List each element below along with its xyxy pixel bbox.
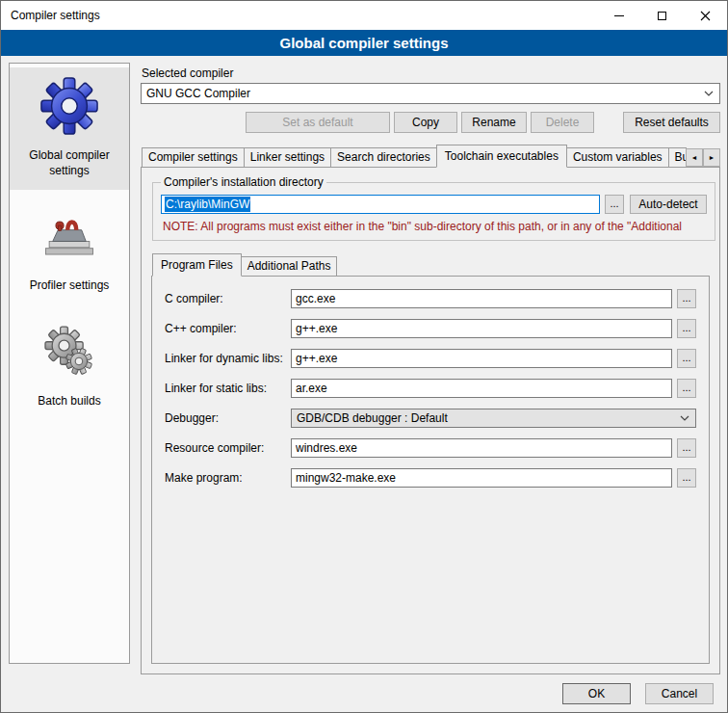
install-dir-browse-button[interactable]: ... bbox=[605, 195, 624, 214]
window-controls bbox=[597, 1, 727, 30]
auto-detect-button[interactable]: Auto-detect bbox=[630, 195, 707, 214]
settings-sidebar: Global compiler settings Profiler settin… bbox=[9, 63, 130, 664]
cpp-compiler-label: C++ compiler: bbox=[165, 322, 291, 335]
c-compiler-row: C compiler: ... bbox=[165, 289, 696, 308]
compiler-select[interactable]: GNU GCC Compiler bbox=[141, 83, 720, 104]
sidebar-item-label: Batch builds bbox=[38, 394, 100, 409]
make-program-label: Make program: bbox=[165, 471, 291, 485]
debugger-select-value: GDB/CDB debugger : Default bbox=[297, 411, 448, 425]
tab-custom-variables[interactable]: Custom variables bbox=[566, 147, 669, 167]
cpp-compiler-browse-button[interactable]: ... bbox=[677, 319, 696, 338]
dialog-footer: OK Cancel bbox=[548, 683, 714, 704]
profiler-plane-icon bbox=[39, 205, 100, 267]
selected-compiler-label: Selected compiler bbox=[142, 66, 720, 80]
sidebar-item-global-compiler-settings[interactable]: Global compiler settings bbox=[10, 67, 129, 190]
tab-search-directories[interactable]: Search directories bbox=[330, 147, 437, 167]
delete-button: Delete bbox=[531, 112, 594, 133]
minimize-button[interactable] bbox=[597, 1, 640, 30]
sidebar-item-label: Global compiler settings bbox=[13, 148, 126, 178]
toolchain-subtabs: Program Files Additional Paths bbox=[151, 253, 710, 276]
cpp-compiler-input[interactable] bbox=[291, 319, 672, 338]
minimize-icon bbox=[614, 15, 624, 16]
debugger-row: Debugger: GDB/CDB debugger : Default bbox=[165, 409, 696, 428]
compiler-actions: Set as default Copy Rename Delete Reset … bbox=[141, 112, 720, 133]
installation-directory-group-title: Compiler's installation directory bbox=[161, 175, 326, 189]
chevron-down-icon bbox=[680, 415, 689, 421]
sidebar-item-profiler-settings[interactable]: Profiler settings bbox=[10, 198, 129, 305]
tab-scroll-controls: ◄ ► bbox=[686, 148, 720, 167]
resource-compiler-browse-button[interactable]: ... bbox=[677, 438, 696, 458]
program-files-panel: C compiler: ... C++ compiler: ... Linker… bbox=[151, 276, 710, 664]
make-program-input[interactable] bbox=[291, 468, 672, 488]
static-linker-input[interactable] bbox=[291, 379, 672, 398]
settings-tabstrip: Compiler settings Linker settings Search… bbox=[141, 145, 720, 167]
blue-gear-icon bbox=[39, 75, 100, 137]
dialog-header: Global compiler settings bbox=[1, 30, 727, 56]
tab-scroll-left-button[interactable]: ◄ bbox=[686, 148, 703, 167]
main-panel: Selected compiler GNU GCC Compiler Set a… bbox=[130, 63, 727, 676]
static-linker-row: Linker for static libs: ... bbox=[165, 379, 696, 398]
installation-directory-row: C:\raylib\MinGW ... Auto-detect bbox=[161, 195, 707, 214]
compiler-settings-dialog: Compiler settings Global compiler settin… bbox=[0, 0, 728, 713]
close-button[interactable] bbox=[684, 1, 727, 30]
cpp-compiler-row: C++ compiler: ... bbox=[165, 319, 696, 338]
sidebar-item-label: Profiler settings bbox=[30, 278, 110, 294]
tab-linker-settings[interactable]: Linker settings bbox=[244, 147, 331, 167]
resource-compiler-input[interactable] bbox=[291, 438, 672, 458]
ok-button[interactable]: OK bbox=[562, 683, 631, 704]
chevron-down-icon bbox=[704, 91, 714, 96]
install-dir-input[interactable]: C:\raylib\MinGW bbox=[161, 195, 600, 214]
debugger-label: Debugger: bbox=[165, 411, 291, 425]
debugger-select[interactable]: GDB/CDB debugger : Default bbox=[291, 409, 696, 428]
make-program-row: Make program: ... bbox=[165, 468, 696, 488]
set-as-default-button: Set as default bbox=[246, 112, 390, 133]
close-icon bbox=[700, 11, 711, 21]
subtab-program-files[interactable]: Program Files bbox=[152, 253, 242, 277]
gray-gears-icon bbox=[39, 321, 100, 383]
make-program-browse-button[interactable]: ... bbox=[677, 468, 696, 488]
titlebar: Compiler settings bbox=[1, 1, 727, 30]
bin-directory-note: NOTE: All programs must exist either in … bbox=[163, 220, 705, 233]
installation-directory-group: Compiler's installation directory C:\ray… bbox=[152, 175, 715, 241]
static-linker-label: Linker for static libs: bbox=[165, 382, 291, 395]
compiler-select-value: GNU GCC Compiler bbox=[146, 87, 250, 100]
maximize-button[interactable] bbox=[640, 1, 684, 30]
toolchain-executables-panel: Compiler's installation directory C:\ray… bbox=[141, 167, 720, 674]
window-title: Compiler settings bbox=[1, 9, 100, 22]
c-compiler-input[interactable] bbox=[291, 289, 672, 308]
tab-scroll-right-button[interactable]: ► bbox=[703, 148, 720, 167]
install-dir-value: C:\raylib\MinGW bbox=[165, 197, 250, 212]
rename-button[interactable]: Rename bbox=[461, 112, 527, 133]
resource-compiler-row: Resource compiler: ... bbox=[165, 438, 696, 458]
sidebar-item-batch-builds[interactable]: Batch builds bbox=[10, 313, 129, 421]
c-compiler-label: C compiler: bbox=[165, 292, 291, 305]
copy-button[interactable]: Copy bbox=[394, 112, 457, 133]
dynamic-linker-row: Linker for dynamic libs: ... bbox=[165, 349, 696, 368]
c-compiler-browse-button[interactable]: ... bbox=[677, 289, 696, 308]
reset-defaults-button[interactable]: Reset defaults bbox=[623, 112, 720, 133]
dialog-body: Global compiler settings Profiler settin… bbox=[1, 56, 727, 676]
tab-build-options[interactable]: Buil bbox=[668, 147, 687, 167]
resource-compiler-label: Resource compiler: bbox=[165, 441, 291, 455]
dynamic-linker-input[interactable] bbox=[291, 349, 672, 368]
cancel-button[interactable]: Cancel bbox=[645, 683, 714, 704]
dynamic-linker-label: Linker for dynamic libs: bbox=[165, 352, 291, 365]
dynamic-linker-browse-button[interactable]: ... bbox=[677, 349, 696, 368]
dialog-header-title: Global compiler settings bbox=[279, 35, 448, 51]
maximize-icon bbox=[658, 12, 666, 20]
tab-compiler-settings[interactable]: Compiler settings bbox=[142, 147, 245, 167]
subtab-additional-paths[interactable]: Additional Paths bbox=[241, 256, 338, 276]
static-linker-browse-button[interactable]: ... bbox=[677, 379, 696, 398]
tab-toolchain-executables[interactable]: Toolchain executables bbox=[436, 145, 567, 168]
